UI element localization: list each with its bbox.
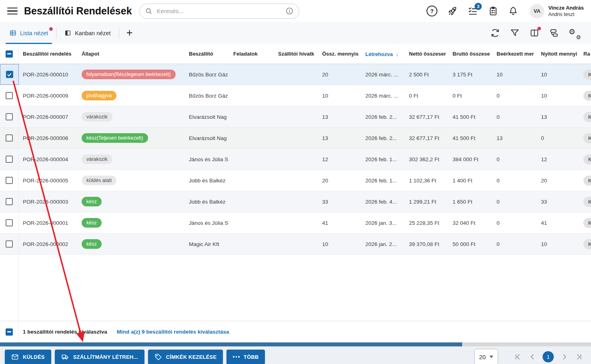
cell-supplier: Jobb és Balkéz bbox=[185, 178, 229, 184]
cell-status: kész bbox=[78, 197, 185, 206]
cell-gross-total: 1 650 Ft bbox=[449, 199, 493, 205]
top-right-tools: ? 3 VA Vincze András Andris teszt bbox=[427, 4, 584, 18]
column-header-8[interactable]: Nettó összeser bbox=[405, 51, 449, 57]
cell-order-number: POR-2026-000003 bbox=[19, 199, 78, 205]
warehouse-badge: K bbox=[583, 197, 591, 207]
cell-warehouse: K bbox=[579, 70, 591, 80]
cell-order-number: POR-2026-000005 bbox=[19, 178, 78, 184]
manage-tags-button[interactable]: CÍMKÉK KEZELÉSE bbox=[148, 350, 223, 364]
table-row[interactable]: POR-2026-000001készJános és Júlia S41202… bbox=[0, 212, 591, 234]
column-header-3[interactable]: Beszállító bbox=[185, 51, 229, 57]
whats-new-button[interactable] bbox=[447, 6, 458, 16]
group-by-button[interactable] bbox=[549, 28, 559, 38]
row-checkbox[interactable] bbox=[6, 156, 13, 163]
info-icon[interactable] bbox=[286, 7, 293, 15]
prev-page-button[interactable] bbox=[525, 350, 540, 364]
group-by-icon bbox=[549, 28, 559, 38]
search-input[interactable] bbox=[156, 7, 286, 15]
select-all-link[interactable]: Mind a(z) 9 beszállítói rendelés kiválas… bbox=[117, 329, 229, 335]
horizontal-scrollbar[interactable] bbox=[0, 342, 591, 346]
column-header-4[interactable]: Feladatok bbox=[229, 51, 274, 57]
cell-gross-total: 32 040 Ft bbox=[449, 220, 493, 226]
scrollbar-thumb[interactable] bbox=[0, 342, 462, 346]
cell-created-date: 2026 feb. 1... bbox=[361, 156, 405, 162]
cell-open-qty: 12 bbox=[537, 156, 579, 162]
row-checkbox[interactable] bbox=[6, 71, 13, 78]
create-shipment-button[interactable]: SZÁLLÍTMÁNY LÉTREH... bbox=[55, 350, 144, 364]
cell-total-qty: 20 bbox=[318, 72, 361, 78]
cell-supplier: János és Júlia S bbox=[185, 156, 229, 162]
row-checkbox[interactable] bbox=[6, 240, 13, 248]
table-row[interactable]: POR-2026-000003készJobb és Balkéz332026 … bbox=[0, 191, 591, 212]
page-size-select[interactable]: 20 bbox=[474, 349, 498, 364]
column-header-12[interactable]: Ra bbox=[579, 51, 591, 57]
add-view-button[interactable]: + bbox=[119, 28, 140, 38]
tasks-button[interactable]: 3 bbox=[468, 6, 478, 16]
hamburger-menu-icon[interactable] bbox=[7, 8, 18, 15]
send-button[interactable]: KÜLDÉS bbox=[5, 350, 51, 364]
table-row[interactable]: POR-2026-000010folyamatban(Részlegesen b… bbox=[0, 64, 591, 85]
cell-total-qty: 20 bbox=[318, 178, 361, 184]
search-box[interactable] bbox=[139, 4, 299, 19]
column-header-2[interactable]: Állapot bbox=[78, 51, 185, 57]
cell-created-date: 2026 jan. 3... bbox=[361, 220, 405, 226]
current-page-button[interactable]: 1 bbox=[543, 351, 554, 362]
cell-status: folyamatban(Részlegesen beérkezett) bbox=[78, 70, 185, 79]
search-icon bbox=[145, 8, 152, 15]
column-header-9[interactable]: Bruttó összese bbox=[449, 51, 493, 57]
column-header-7[interactable]: Létrehozva↓ bbox=[361, 50, 405, 57]
row-checkbox-cell bbox=[0, 128, 19, 148]
last-page-button[interactable] bbox=[571, 350, 586, 364]
table-row[interactable]: POR-2026-000007várakozikElvarázsolt Nag1… bbox=[0, 106, 591, 128]
cell-order-number: POR-2026-000002 bbox=[19, 241, 78, 247]
table-row[interactable]: POR-2026-000006kész(Teljesen beérkezett)… bbox=[0, 128, 591, 149]
column-header-6[interactable]: Össz. mennyis bbox=[318, 51, 361, 57]
selection-bar: 1 beszállítói rendelés kiválasztva Mind … bbox=[0, 321, 591, 342]
table-empty-area bbox=[0, 255, 591, 321]
selection-indeterminate-checkbox[interactable] bbox=[6, 328, 13, 336]
select-all-checkbox[interactable] bbox=[6, 50, 13, 58]
cell-supplier: János és Júlia S bbox=[185, 220, 229, 226]
help-button[interactable]: ? bbox=[427, 6, 437, 16]
status-badge: jóváhagyva bbox=[82, 91, 116, 100]
cell-received-qty: 0 bbox=[493, 241, 537, 247]
column-header-1[interactable]: Beszállítói rendelés bbox=[19, 51, 78, 57]
first-page-button[interactable] bbox=[510, 350, 525, 364]
user-menu[interactable]: VA Vincze András Andris teszt bbox=[530, 4, 584, 18]
row-checkbox-cell bbox=[0, 234, 19, 254]
table-row[interactable]: POR-2026-000005küldés alattJobb és Balké… bbox=[0, 170, 591, 191]
row-checkbox[interactable] bbox=[6, 113, 13, 120]
row-checkbox[interactable] bbox=[6, 219, 13, 226]
notifications-button[interactable] bbox=[508, 6, 518, 16]
column-header-5[interactable]: Szállítói hivatk bbox=[274, 51, 318, 57]
column-header-11[interactable]: Nyitott mennyi bbox=[537, 51, 579, 57]
cell-open-qty: 20 bbox=[537, 178, 579, 184]
notes-button[interactable] bbox=[488, 6, 498, 16]
row-checkbox[interactable] bbox=[6, 177, 13, 184]
column-header-10[interactable]: Beérkezett mer bbox=[493, 51, 537, 57]
page-size-value: 20 bbox=[479, 354, 486, 360]
cell-total-qty: 12 bbox=[318, 156, 361, 162]
settings-button[interactable]: ⚙⚙ bbox=[569, 28, 581, 38]
table-row[interactable]: POR-2026-000004várakozikJános és Júlia S… bbox=[0, 149, 591, 170]
next-page-button[interactable] bbox=[557, 350, 571, 364]
cell-net-total: 39 370,08 Ft bbox=[405, 241, 449, 247]
status-badge: kész(Teljesen beérkezett) bbox=[82, 133, 148, 143]
tab-kanban-view[interactable]: Kanban nézet bbox=[56, 22, 119, 44]
tab-list-view[interactable]: Lista nézet bbox=[2, 22, 56, 44]
row-checkbox-cell bbox=[0, 149, 19, 170]
selection-count-text: 1 beszállítói rendelés kiválasztva bbox=[23, 329, 107, 335]
cell-warehouse: K bbox=[579, 218, 591, 228]
refresh-button[interactable] bbox=[490, 28, 500, 38]
table-row[interactable]: POR-2026-000009jóváhagyvaBűzös Borz Gáz1… bbox=[0, 85, 591, 106]
row-checkbox[interactable] bbox=[6, 134, 13, 142]
columns-button[interactable] bbox=[529, 28, 539, 38]
more-button[interactable]: TÖBB bbox=[226, 350, 265, 364]
cell-open-qty: 0 bbox=[537, 135, 579, 141]
filter-button[interactable] bbox=[510, 28, 520, 38]
cell-status: várakozik bbox=[78, 112, 185, 122]
row-checkbox[interactable] bbox=[6, 92, 13, 99]
row-checkbox[interactable] bbox=[6, 198, 13, 205]
status-badge: kész bbox=[82, 239, 102, 249]
table-row[interactable]: POR-2026-000002készMagic Air Kft102026 j… bbox=[0, 234, 591, 255]
